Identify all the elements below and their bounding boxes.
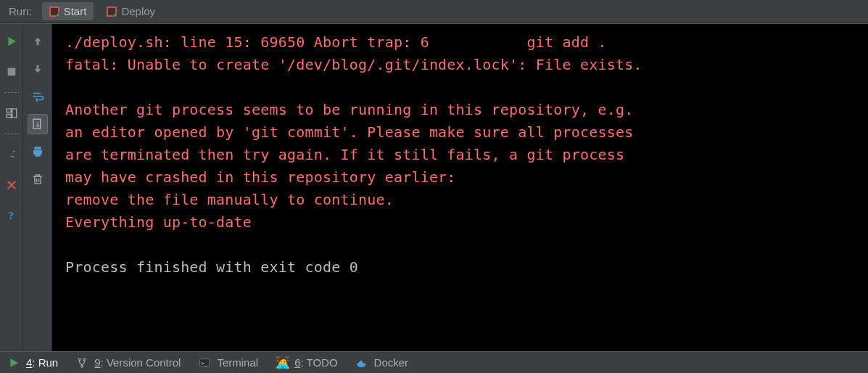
stop-button[interactable]	[1, 62, 22, 82]
clear-all-button[interactable]	[28, 169, 48, 189]
svg-rect-2	[7, 115, 11, 118]
close-button[interactable]	[1, 175, 22, 195]
toolwin-docker-label: Docker	[374, 356, 409, 369]
separator	[4, 134, 19, 134]
run-config-icon	[49, 7, 59, 17]
run-panel-label: Run:	[4, 5, 36, 17]
svg-rect-1	[7, 109, 11, 112]
console-line: Everything up-to-date	[65, 211, 858, 234]
toolwin-terminal[interactable]: >_ Terminal	[198, 356, 258, 369]
run-left-gutter: ?	[0, 24, 23, 351]
toolwin-vcs-label: 9: Version Control	[94, 356, 181, 369]
help-button[interactable]: ?	[1, 205, 22, 226]
toolwin-vcs[interactable]: 9: Version Control	[75, 356, 181, 369]
print-button[interactable]	[28, 142, 48, 162]
rerun-button[interactable]	[1, 31, 22, 52]
console-line	[65, 234, 858, 256]
run-panel-main: ? ./depl	[0, 23, 868, 351]
soft-wrap-button[interactable]	[28, 86, 48, 107]
run-tabbar: Run: Start Deploy	[0, 0, 868, 23]
toolwin-run-label: 4: Run	[26, 356, 58, 369]
console-line: Another git process seems to be running …	[65, 99, 858, 121]
toolwin-todo[interactable]: 🧑‍💻 6: TODO	[276, 356, 337, 369]
run-right-gutter	[23, 24, 52, 351]
svg-rect-3	[12, 109, 16, 118]
run-config-icon	[107, 7, 117, 17]
console-line	[65, 76, 858, 99]
toolwin-run[interactable]: 4: Run	[7, 356, 58, 369]
separator	[4, 92, 19, 93]
todo-icon: 🧑‍💻	[276, 357, 289, 369]
toolwin-docker[interactable]: Docker	[355, 356, 409, 369]
console-line: an editor opened by 'git commit'. Please…	[65, 121, 858, 144]
console-line: fatal: Unable to create '/dev/blog/.git/…	[65, 54, 858, 76]
toolwin-terminal-label: Terminal	[217, 356, 258, 369]
svg-rect-0	[7, 68, 15, 76]
console-output[interactable]: ./deploy.sh: line 15: 69650 Abort trap: …	[52, 24, 868, 351]
pin-button[interactable]	[1, 144, 22, 165]
console-line: Process finished with exit code 0	[65, 256, 858, 279]
console-line: ./deploy.sh: line 15: 69650 Abort trap: …	[65, 31, 858, 54]
up-stack-button[interactable]	[28, 31, 48, 52]
svg-rect-5	[33, 119, 41, 128]
tab-start[interactable]: Start	[42, 2, 94, 20]
scroll-to-end-button[interactable]	[28, 114, 48, 134]
down-stack-button[interactable]	[28, 59, 48, 79]
svg-text:?: ?	[8, 210, 14, 221]
tab-label: Start	[64, 5, 87, 17]
svg-point-6	[79, 358, 81, 361]
svg-point-7	[83, 358, 86, 361]
tab-deploy[interactable]: Deploy	[99, 2, 162, 20]
console-line: remove the file manually to continue.	[65, 189, 858, 211]
layout-button[interactable]	[1, 103, 22, 123]
console-line: are terminated then try again. If it sti…	[65, 144, 858, 166]
tab-label: Deploy	[121, 5, 155, 17]
svg-text:>_: >_	[202, 359, 208, 366]
toolwin-todo-label: 6: TODO	[294, 356, 337, 369]
console-line: may have crashed in this repository earl…	[65, 166, 858, 189]
tool-window-bar: 4: Run 9: Version Control >_ Terminal 🧑‍…	[0, 351, 868, 373]
svg-point-8	[81, 365, 83, 367]
